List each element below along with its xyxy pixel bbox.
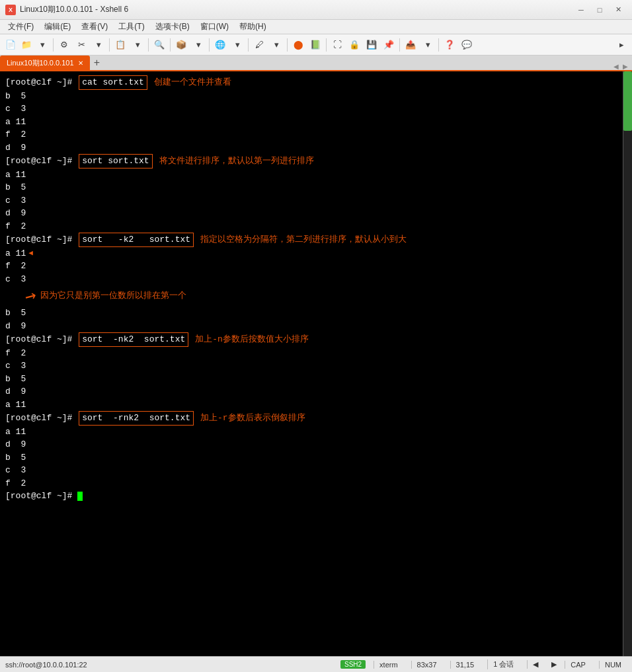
- terminal-line-4: [root@clf ~]# sort -nk2 sort.txt 加上-n参数后…: [5, 332, 617, 347]
- menu-view[interactable]: 查看(V): [76, 20, 113, 34]
- toolbar-btn5[interactable]: ▾: [130, 37, 145, 53]
- menu-tools[interactable]: 工具(T): [113, 20, 149, 34]
- toolbar: 📄 📁 ▾ ⚙ ✂ ▾ 📋 ▾ 🔍 📦 ▾ 🌐 ▾ 🖊 ▾ ⬤ 📗 ⛶ 🔒 💾 …: [0, 34, 632, 56]
- output5-f2: f 2: [5, 477, 617, 490]
- toolbar-new[interactable]: 📄: [3, 37, 19, 53]
- toolbar-sep-6: [248, 38, 249, 52]
- toolbar-btn4[interactable]: 📋: [112, 37, 128, 53]
- prompt-1: [root@clf ~]#: [5, 76, 77, 89]
- scrollbar[interactable]: [623, 71, 632, 656]
- output3-a11: a 11 ◀: [5, 247, 617, 260]
- terminal-line-2: [root@clf ~]# sort sort.txt 将文件进行排序，默认以第…: [5, 154, 617, 168]
- tab-close-button[interactable]: ✕: [78, 59, 83, 67]
- status-num: NUM: [599, 661, 627, 669]
- status-size: 83x37: [411, 661, 442, 669]
- toolbar-sep-9: [399, 38, 400, 52]
- status-prev-session[interactable]: ◀: [527, 660, 543, 669]
- output2-a11: a 11: [5, 168, 617, 182]
- toolbar-btn16[interactable]: ▾: [420, 37, 436, 53]
- cmd-box-1: cat sort.txt: [79, 75, 147, 90]
- cmd-box-5: sort -rnk2 sort.txt: [79, 411, 194, 426]
- toolbar-btn15[interactable]: 📤: [403, 37, 418, 53]
- toolbar-btn2[interactable]: ✂: [73, 37, 89, 53]
- tab-active[interactable]: Linux10期10.0.0.101 ✕: [0, 56, 90, 70]
- output5-b5: b 5: [5, 451, 617, 465]
- toolbar-sep-3: [148, 38, 149, 52]
- toolbar-lock[interactable]: 🔒: [346, 37, 362, 53]
- annotation-1: 创建一个文件并查看: [154, 76, 231, 89]
- tab-next[interactable]: ▶: [621, 63, 629, 70]
- output4-d9: d 9: [5, 385, 617, 398]
- tab-add-button[interactable]: +: [90, 56, 104, 70]
- toolbar-more[interactable]: ▸: [613, 37, 629, 53]
- toolbar-sep-10: [438, 38, 439, 52]
- status-caps: CAP: [565, 661, 591, 669]
- prompt-3: [root@clf ~]#: [5, 233, 77, 246]
- cmd-box-4: sort -nk2 sort.txt: [79, 332, 188, 347]
- toolbar-help[interactable]: ❓: [442, 37, 457, 53]
- maximize-button[interactable]: □: [591, 3, 608, 17]
- toolbar-btn8[interactable]: ▾: [229, 37, 245, 53]
- toolbar-btn11[interactable]: 📗: [307, 37, 323, 53]
- menu-help[interactable]: 帮助(H): [234, 20, 272, 34]
- tab-bar: Linux10期10.0.0.101 ✕ + ◀ ▶: [0, 56, 632, 71]
- terminal-line-3: [root@clf ~]# sort -k2 sort.txt 指定以空格为分隔…: [5, 233, 617, 247]
- status-bar: ssh://root@10.0.0.101:22 SSH2 xterm 83x3…: [0, 656, 632, 672]
- output4-c3: c 3: [5, 359, 617, 373]
- terminal-container: [root@clf ~]# cat sort.txt 创建一个文件并查看 b 5…: [0, 71, 632, 656]
- toolbar-btn14[interactable]: 📌: [381, 37, 397, 53]
- menu-window[interactable]: 窗口(W): [195, 20, 234, 34]
- output-c3: c 3: [5, 102, 617, 116]
- output3-f2: f 2: [5, 260, 617, 273]
- output5-c3: c 3: [5, 464, 617, 477]
- title-bar: X Linux10期10.0.0.101 - Xshell 6 ─ □ ✕: [0, 0, 632, 20]
- output2-b5: b 5: [5, 181, 617, 194]
- window-controls: ─ □ ✕: [573, 3, 627, 17]
- toolbar-sep-5: [209, 38, 210, 52]
- toolbar-btn17[interactable]: 💬: [459, 37, 475, 53]
- toolbar-sep-7: [287, 38, 288, 52]
- output3-c3: c 3: [5, 273, 617, 286]
- output5-a11: a 11: [5, 426, 617, 439]
- menu-file[interactable]: 文件(F): [3, 20, 39, 34]
- toolbar-open[interactable]: 📁: [19, 37, 34, 53]
- tab-label: Linux10期10.0.0.101: [7, 58, 74, 68]
- app-icon: X: [5, 5, 16, 15]
- annotation-arrow: 因为它只是别第一位数所以排在第一个: [40, 289, 186, 303]
- toolbar-open2[interactable]: ▾: [34, 37, 50, 53]
- toolbar-btn10[interactable]: ▾: [268, 37, 284, 53]
- toolbar-btn3[interactable]: ▾: [91, 37, 106, 53]
- toolbar-btn-red[interactable]: ⬤: [290, 37, 306, 53]
- close-button[interactable]: ✕: [610, 3, 627, 17]
- prompt-final: [root@clf ~]#: [5, 490, 77, 503]
- terminal[interactable]: [root@clf ~]# cat sort.txt 创建一个文件并查看 b 5…: [0, 71, 623, 656]
- toolbar-sep-4: [170, 38, 171, 52]
- tab-nav: ◀ ▶: [612, 63, 632, 70]
- toolbar-globe[interactable]: 🌐: [212, 37, 228, 53]
- toolbar-btn13[interactable]: 💾: [364, 37, 379, 53]
- scroll-thumb[interactable]: [623, 71, 632, 131]
- toolbar-btn6[interactable]: 📦: [173, 37, 189, 53]
- output-d9: d 9: [5, 141, 617, 155]
- terminal-line-final: [root@clf ~]#: [5, 490, 617, 503]
- terminal-line-1: [root@clf ~]# cat sort.txt 创建一个文件并查看: [5, 75, 617, 90]
- output2-c3: c 3: [5, 194, 617, 207]
- output-a11: a 11: [5, 116, 617, 129]
- menu-tabs[interactable]: 选项卡(B): [150, 20, 195, 34]
- minimize-button[interactable]: ─: [573, 3, 590, 17]
- output4-a11: a 11: [5, 398, 617, 412]
- toolbar-search[interactable]: 🔍: [151, 37, 167, 53]
- toolbar-btn7[interactable]: ▾: [190, 37, 206, 53]
- toolbar-btn12[interactable]: ⛶: [329, 37, 345, 53]
- toolbar-btn1[interactable]: ⚙: [56, 37, 72, 53]
- status-next-session[interactable]: ▶: [551, 660, 557, 669]
- output2-d9: d 9: [5, 207, 617, 220]
- toolbar-sep-1: [53, 38, 54, 52]
- cursor: [77, 492, 83, 501]
- menu-edit[interactable]: 编辑(E): [39, 20, 76, 34]
- toolbar-btn9[interactable]: 🖊: [251, 37, 267, 53]
- annotation-2: 将文件进行排序，默认以第一列进行排序: [159, 155, 314, 168]
- arrow-annotation-row: ↗ 因为它只是别第一位数所以排在第一个: [25, 287, 617, 305]
- cmd-box-3: sort -k2 sort.txt: [79, 233, 194, 247]
- tab-prev[interactable]: ◀: [612, 63, 620, 70]
